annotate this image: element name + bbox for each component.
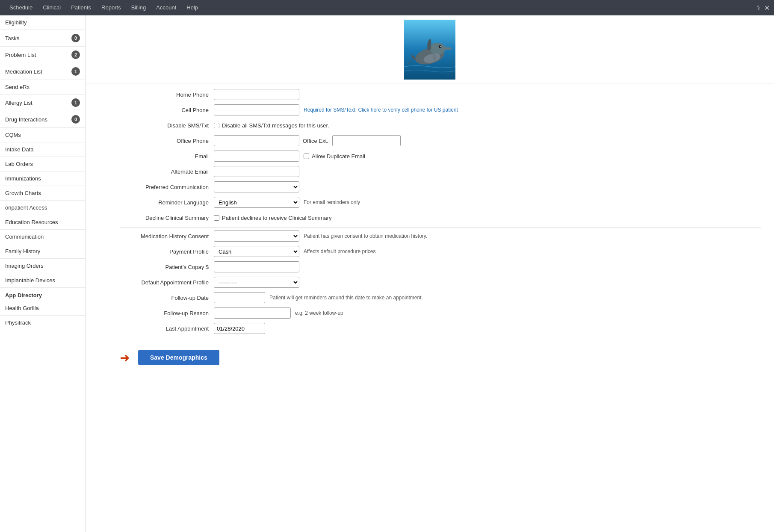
sidebar-item-label: Family History (5, 248, 40, 254)
med-history-select[interactable]: Yes No (214, 231, 299, 242)
patient-photo[interactable] (404, 20, 455, 80)
nav-patients[interactable]: Patients (66, 0, 96, 15)
sidebar-item-imaging-orders[interactable]: Imaging Orders (0, 259, 85, 273)
sidebar-item-label: Medication List (5, 68, 42, 75)
close-icon[interactable]: ✕ (764, 4, 770, 12)
default-appt-label: Default Appointment Profile (120, 279, 214, 286)
sidebar-item-onpatient-access[interactable]: onpatient Access (0, 201, 85, 215)
sidebar-item-allergy-list[interactable]: Allergy List1 (0, 95, 85, 111)
sidebar-item-badge: 0 (71, 115, 80, 124)
sidebar-item-medication-list[interactable]: Medication List1 (0, 63, 85, 80)
office-ext-group: Office Ext.: (303, 135, 401, 146)
allow-duplicate-email-checkbox[interactable] (304, 154, 309, 159)
sidebar-item-label: Intake Data (5, 146, 34, 153)
save-demographics-button[interactable]: Save Demographics (138, 350, 219, 365)
reminder-language-select[interactable]: English Spanish (214, 197, 299, 208)
sidebar-item-growth-charts[interactable]: Growth Charts (0, 186, 85, 201)
email-input[interactable] (214, 151, 299, 162)
sidebar-item-label: Lab Orders (5, 161, 33, 167)
followup-reason-row: Follow-up Reason e.g. 2 week follow-up (120, 307, 761, 319)
sidebar-item-label: Send eRx (5, 84, 30, 90)
svg-point-3 (439, 45, 441, 48)
home-phone-input[interactable] (214, 89, 299, 100)
sidebar-item-intake-data[interactable]: Intake Data (0, 142, 85, 157)
nav-help[interactable]: Help (181, 0, 203, 15)
copay-input[interactable] (214, 261, 299, 272)
email-row: Email Allow Duplicate Email (120, 150, 761, 162)
cell-phone-label: Cell Phone (120, 107, 214, 113)
payment-profile-label: Payment Profile (120, 248, 214, 255)
cell-phone-hint[interactable]: Required for SMS/Text. Click here to ver… (304, 107, 458, 113)
office-phone-input[interactable] (214, 135, 299, 146)
nav-clinical[interactable]: Clinical (38, 0, 66, 15)
nav-schedule[interactable]: Schedule (4, 0, 38, 15)
sidebar: EligibilityTasks0Problem List2Medication… (0, 15, 86, 532)
sidebar-item-immunizations[interactable]: Immunizations (0, 171, 85, 186)
decline-clinical-text: Patient declines to receive Clinical Sum… (222, 215, 332, 221)
sidebar-item-label: Drug Interactions (5, 116, 47, 123)
payment-profile-select[interactable]: Cash Insurance (214, 246, 299, 257)
copay-row: Patient's Copay $ (120, 261, 761, 273)
svg-point-4 (440, 46, 441, 47)
office-phone-label: Office Phone (120, 138, 214, 144)
med-history-row: Medication History Consent Yes No Patien… (120, 230, 761, 242)
office-ext-label: Office Ext.: (303, 138, 330, 144)
sidebar-item-badge: 2 (71, 50, 80, 59)
sidebar-item-label: Allergy List (5, 100, 32, 106)
followup-date-input[interactable] (214, 292, 265, 303)
alt-email-input[interactable] (214, 166, 299, 177)
sidebar-item-eligibility[interactable]: Eligibility (0, 15, 85, 30)
reminder-language-label: Reminder Language (120, 199, 214, 206)
sidebar-item-problem-list[interactable]: Problem List2 (0, 47, 85, 63)
disable-sms-label: Disable SMS/Txt (120, 122, 214, 129)
preferred-comm-row: Preferred Communication (120, 181, 761, 193)
sidebar-item-label: Education Resources (5, 219, 58, 225)
allow-duplicate-email-text: Allow Duplicate Email (312, 153, 365, 160)
sidebar-item-drug-interactions[interactable]: Drug Interactions0 (0, 111, 85, 128)
sidebar-item-send-erx[interactable]: Send eRx (0, 80, 85, 95)
save-area: ➜ Save Demographics (86, 343, 774, 369)
preferred-comm-label: Preferred Communication (120, 184, 214, 190)
sidebar-item-label: Growth Charts (5, 190, 41, 196)
reminder-language-row: Reminder Language English Spanish For em… (120, 196, 761, 208)
alt-email-row: Alternate Email (120, 166, 761, 177)
disable-sms-row: Disable SMS/Txt Disable all SMS/Txt mess… (120, 119, 761, 131)
sidebar-item-lab-orders[interactable]: Lab Orders (0, 157, 85, 171)
app-layout: EligibilityTasks0Problem List2Medication… (0, 15, 774, 532)
nav-billing[interactable]: Billing (126, 0, 151, 15)
demographics-form: Home Phone Cell Phone Required for SMS/T… (86, 83, 774, 343)
sidebar-item-communication[interactable]: Communication (0, 230, 85, 244)
home-phone-label: Home Phone (120, 92, 214, 98)
default-appt-select[interactable]: ---------- (214, 277, 299, 288)
nav-reports[interactable]: Reports (96, 0, 126, 15)
followup-reason-input[interactable] (214, 307, 291, 319)
nav-account[interactable]: Account (151, 0, 181, 15)
sidebar-item-label: Imaging Orders (5, 263, 44, 269)
disable-sms-checkbox-group: Disable all SMS/Txt messages for this us… (214, 122, 329, 129)
decline-clinical-checkbox[interactable] (214, 215, 219, 221)
home-phone-row: Home Phone (120, 89, 761, 100)
app-dir-item-health-gorilla[interactable]: Health Gorilla (0, 301, 85, 316)
med-history-hint: Patient has given consent to obtain medi… (304, 233, 427, 239)
sidebar-item-implantable-devices[interactable]: Implantable Devices (0, 273, 85, 288)
sidebar-item-badge: 0 (71, 34, 80, 42)
sidebar-item-label: Tasks (5, 35, 19, 41)
cell-phone-input[interactable] (214, 104, 299, 115)
payment-profile-hint: Affects default procedure prices (304, 248, 376, 254)
copay-label: Patient's Copay $ (120, 264, 214, 270)
allow-duplicate-email-group: Allow Duplicate Email (304, 153, 365, 160)
sidebar-item-label: Implantable Devices (5, 277, 55, 284)
sidebar-item-family-history[interactable]: Family History (0, 244, 85, 259)
last-appt-label: Last Appointment (120, 325, 214, 332)
app-dir-item-physitrack[interactable]: Physitrack (0, 316, 85, 330)
sidebar-item-cqms[interactable]: CQMs (0, 128, 85, 142)
disable-sms-checkbox[interactable] (214, 123, 219, 128)
last-appt-input[interactable] (214, 323, 265, 334)
preferred-comm-select[interactable] (214, 181, 299, 192)
sidebar-item-education-resources[interactable]: Education Resources (0, 215, 85, 230)
office-ext-input[interactable] (332, 135, 401, 146)
arrow-indicator: ➜ (120, 351, 130, 365)
decline-clinical-group: Patient declines to receive Clinical Sum… (214, 215, 332, 221)
sidebar-item-tasks[interactable]: Tasks0 (0, 30, 85, 47)
photo-area (86, 15, 774, 83)
